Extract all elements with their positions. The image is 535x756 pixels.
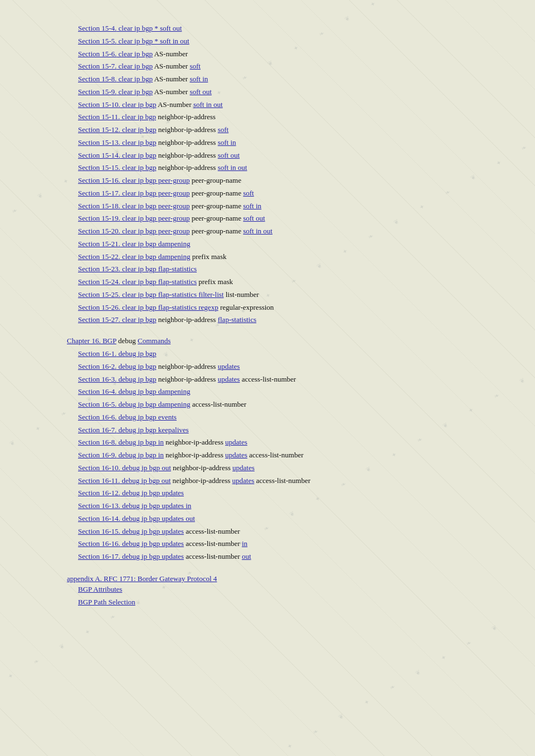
command-link[interactable]: clear ip bgp peer-group	[120, 176, 190, 184]
command-link[interactable]: debug ip bgp updates	[120, 539, 184, 548]
appendix-sub-link[interactable]: BGP Path Selection	[78, 598, 135, 606]
command-link[interactable]: clear ip bgp dampening	[120, 252, 191, 261]
command-link[interactable]: clear ip bgp	[120, 125, 157, 134]
trail-link[interactable]: updates	[232, 464, 255, 472]
section-link[interactable]: Section 15-12.	[78, 125, 120, 134]
section-link[interactable]: Section 16-7.	[78, 426, 116, 434]
command-link[interactable]: debug ip bgp out	[120, 464, 171, 472]
section-link[interactable]: Section 16-5.	[78, 400, 116, 408]
section-link[interactable]: Section 16-10.	[78, 464, 120, 472]
section-link[interactable]: Section 15-14.	[78, 151, 120, 159]
command-link[interactable]: clear ip bgp	[116, 62, 153, 70]
command-link[interactable]: debug ip bgp keepalives	[116, 426, 188, 434]
section-link[interactable]: Section 15-19.	[78, 214, 120, 222]
command-link[interactable]: debug ip bgp dampening	[116, 400, 190, 408]
section-link[interactable]: Section 15-11.	[78, 113, 120, 121]
trail-link[interactable]: soft in out	[218, 163, 247, 172]
trail-link[interactable]: soft	[243, 189, 254, 197]
trail-link[interactable]: soft out	[218, 151, 240, 159]
section-link[interactable]: Section 16-4.	[78, 387, 116, 396]
section-link[interactable]: Section 15-17.	[78, 189, 120, 197]
trail-link[interactable]: soft in out	[243, 227, 273, 235]
trail-link[interactable]: soft out	[189, 87, 211, 96]
trail-link[interactable]: soft	[218, 125, 229, 134]
command-link[interactable]: clear ip bgp	[120, 163, 157, 172]
trail-link[interactable]: soft in	[243, 202, 261, 210]
command-link[interactable]: clear ip bgp dampening	[120, 240, 191, 248]
section-link[interactable]: Section 15-13.	[78, 138, 120, 147]
command-link[interactable]: clear ip bgp	[120, 151, 157, 159]
command-link[interactable]: clear ip bgp peer-group	[120, 189, 190, 197]
section-link[interactable]: Section 15-23.	[78, 265, 120, 273]
section-link[interactable]: Section 15-6.	[78, 50, 116, 58]
section-link[interactable]: Section 16-16.	[78, 539, 120, 548]
section-link[interactable]: Section 16-8.	[78, 438, 116, 446]
trail-link[interactable]: soft out	[243, 214, 265, 222]
section-link[interactable]: Section 16-17.	[78, 552, 120, 560]
section-link[interactable]: Section 15-26.	[78, 303, 120, 311]
command-link[interactable]: clear ip bgp	[120, 138, 157, 147]
section-link[interactable]: Section 16-14.	[78, 514, 120, 523]
section-link[interactable]: Section 16-3.	[78, 375, 116, 383]
chapter-16-cmd-link[interactable]: Commands	[138, 336, 171, 345]
trail-link[interactable]: in	[242, 539, 247, 548]
command-link[interactable]: clear ip bgp flap-statistics filter-list	[120, 290, 224, 299]
section-link[interactable]: Section 16-13.	[78, 501, 120, 510]
command-link[interactable]: clear ip bgp flap-statistics	[120, 265, 197, 273]
chapter-16-link[interactable]: Chapter 16. BGP	[67, 336, 116, 345]
command-link[interactable]: debug ip bgp events	[116, 413, 177, 421]
command-link[interactable]: clear ip bgp	[116, 75, 153, 83]
trail-link[interactable]: soft	[189, 62, 201, 70]
section-link[interactable]: Section 16-11.	[78, 476, 120, 485]
command-link[interactable]: debug ip bgp in	[116, 451, 164, 459]
section-link[interactable]: Section 16-2.	[78, 362, 116, 370]
appendix-link[interactable]: appendix A. RFC 1771: Border Gateway Pro…	[67, 574, 217, 583]
trail-link[interactable]: updates	[218, 362, 240, 370]
section-link[interactable]: Section 15-10.	[78, 100, 120, 109]
section-link[interactable]: Section 16-6.	[78, 413, 116, 421]
trail-link[interactable]: out	[242, 552, 251, 560]
command-link[interactable]: clear ip bgp flap-statistics	[120, 277, 197, 286]
section-link[interactable]: Section 15-7.	[78, 62, 116, 70]
trail-link[interactable]: updates	[225, 438, 247, 446]
section-link[interactable]: Section 15-16.	[78, 176, 120, 184]
section-link[interactable]: Section 15-5.	[78, 37, 116, 45]
section-link[interactable]: Section 16-15.	[78, 527, 120, 535]
command-link[interactable]: clear ip bgp flap-statistics regexp	[120, 303, 218, 311]
section-link[interactable]: Section 16-9.	[78, 451, 116, 459]
command-link[interactable]: debug ip bgp updates	[120, 552, 184, 560]
command-link[interactable]: debug ip bgp updates out	[120, 514, 195, 523]
command-link[interactable]: clear ip bgp peer-group	[120, 202, 190, 210]
command-link[interactable]: clear ip bgp	[120, 315, 157, 324]
trail-link[interactable]: soft in	[218, 138, 236, 147]
section-link[interactable]: Section 15-9.	[78, 87, 116, 96]
command-link[interactable]: clear ip bgp peer-group	[120, 214, 190, 222]
command-link[interactable]: debug ip bgp	[116, 349, 156, 358]
trail-link[interactable]: updates	[232, 476, 255, 485]
trail-link[interactable]: updates	[218, 375, 240, 383]
section-link[interactable]: Section 15-24.	[78, 277, 120, 286]
command-link[interactable]: clear ip bgp * soft in out	[116, 37, 189, 45]
command-link[interactable]: debug ip bgp updates in	[120, 501, 191, 510]
trail-link[interactable]: updates	[225, 451, 247, 459]
section-link[interactable]: Section 16-1.	[78, 349, 116, 358]
command-link[interactable]: clear ip bgp	[120, 113, 156, 121]
appendix-sub-link[interactable]: BGP Attributes	[78, 585, 122, 593]
trail-link[interactable]: soft in	[189, 75, 208, 83]
command-link[interactable]: clear ip bgp	[120, 100, 157, 109]
section-link[interactable]: Section 15-27.	[78, 315, 120, 324]
command-link[interactable]: clear ip bgp peer-group	[120, 227, 190, 235]
section-link[interactable]: Section 15-8.	[78, 75, 116, 83]
trail-link[interactable]: soft in out	[193, 100, 223, 109]
section-link[interactable]: Section 16-12.	[78, 489, 120, 497]
trail-link[interactable]: flap-statistics	[218, 315, 256, 324]
section-link[interactable]: Section 15-4.	[78, 24, 116, 32]
command-link[interactable]: debug ip bgp out	[120, 476, 171, 485]
command-link[interactable]: clear ip bgp	[116, 50, 153, 58]
section-link[interactable]: Section 15-22.	[78, 252, 120, 261]
command-link[interactable]: debug ip bgp	[116, 362, 156, 370]
command-link[interactable]: clear ip bgp * soft out	[116, 24, 182, 32]
section-link[interactable]: Section 15-25.	[78, 290, 120, 299]
section-link[interactable]: Section 15-18.	[78, 202, 120, 210]
command-link[interactable]: clear ip bgp	[116, 87, 153, 96]
